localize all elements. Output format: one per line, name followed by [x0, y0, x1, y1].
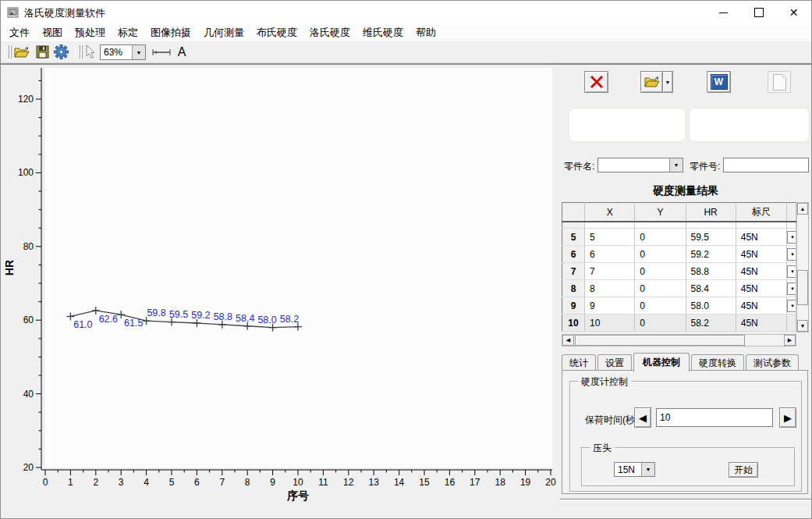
measure-tool-button[interactable]	[151, 44, 172, 60]
save-button[interactable]	[34, 44, 51, 60]
tab-硬度转换[interactable]: 硬度转换	[691, 354, 744, 371]
table-cell[interactable]: 45N	[736, 280, 786, 297]
menu-item[interactable]: 标定	[112, 24, 144, 41]
table-cell[interactable]: 10	[562, 315, 585, 332]
menu-item[interactable]: 布氏硬度	[250, 24, 303, 41]
table-cell[interactable]: 0	[635, 297, 686, 315]
open-file-button[interactable]	[13, 44, 30, 60]
table-cell[interactable]: 0	[635, 315, 686, 332]
zoom-dropdown-button[interactable]: ▼	[132, 45, 145, 59]
settings-button[interactable]	[52, 44, 69, 60]
table-horizontal-scrollbar[interactable]: ◀ ▶	[562, 334, 796, 347]
tab-测试参数[interactable]: 测试参数	[746, 354, 799, 371]
table-cell[interactable]: 0	[635, 263, 686, 280]
hardness-line-chart[interactable]: 2040608010012001234567891011121314151617…	[1, 65, 558, 519]
menu-item[interactable]: 洛氏硬度	[303, 24, 356, 41]
table-cell[interactable]: 59.5	[686, 229, 736, 246]
menu-item[interactable]: 几何测量	[197, 24, 250, 41]
hold-time-increase-button[interactable]: ▶	[779, 407, 796, 428]
table-cell[interactable]: 45N	[736, 229, 786, 246]
hold-time-input[interactable]: 10	[656, 408, 773, 427]
vertical-scroll-thumb[interactable]	[797, 270, 808, 305]
column-header-blank[interactable]	[562, 203, 585, 222]
table-cell[interactable]: 8	[562, 280, 585, 297]
zoom-level-combobox[interactable]: 63% ▼	[100, 44, 146, 60]
tab-设置[interactable]: 设置	[597, 354, 632, 371]
results-table[interactable]: XYHR标尺55059.545N▾66059.245N▾77058.845N▾8…	[562, 202, 796, 332]
open-result-dropdown-button[interactable]: ▼	[662, 71, 673, 93]
scale-dropdown-button[interactable]: ▾	[787, 265, 796, 278]
indenter-dropdown-button[interactable]: ▼	[641, 463, 654, 476]
table-cell[interactable]: 10	[585, 315, 635, 332]
delete-result-button[interactable]	[584, 71, 608, 93]
tab-统计[interactable]: 统计	[562, 354, 596, 371]
scale-dropdown-button[interactable]: ▾	[787, 248, 796, 261]
start-button[interactable]: 开始	[729, 462, 758, 478]
table-vertical-scrollbar[interactable]: ▲ ▼	[796, 202, 809, 332]
scale-dropdown-button[interactable]: ▾	[787, 231, 796, 244]
hold-time-decrease-button[interactable]: ◀	[634, 407, 651, 428]
column-header-HR[interactable]: HR	[686, 203, 736, 222]
column-header-blank[interactable]	[786, 203, 796, 222]
table-cell[interactable]: 45N	[736, 246, 786, 263]
toolbar-grip[interactable]	[75, 45, 80, 59]
menu-item[interactable]: 图像拍摄	[144, 24, 197, 41]
open-result-button[interactable]	[640, 71, 663, 93]
table-cell[interactable]: 45N	[736, 263, 786, 280]
table-cell[interactable]: 0	[635, 280, 686, 297]
table-cell[interactable]: 7	[562, 263, 585, 280]
table-cell[interactable]: 0	[635, 246, 686, 263]
table-cell[interactable]: 7	[585, 263, 635, 280]
column-header-Y[interactable]: Y	[635, 203, 686, 222]
part-name-combobox[interactable]: ▼	[597, 158, 683, 172]
minimize-button[interactable]	[706, 1, 741, 24]
toolbar-grip[interactable]	[4, 45, 9, 59]
menu-item[interactable]: 视图	[36, 24, 69, 41]
column-header-标尺[interactable]: 标尺	[736, 203, 786, 222]
table-cell[interactable]: 6	[585, 246, 635, 263]
scroll-down-button[interactable]: ▼	[797, 320, 808, 332]
close-button[interactable]: ✕	[776, 1, 811, 24]
table-cell[interactable]: 6	[562, 246, 585, 263]
column-header-X[interactable]: X	[585, 203, 635, 222]
scale-dropdown-button[interactable]: ▾	[787, 300, 796, 312]
table-cell[interactable]: 45N	[736, 315, 786, 332]
new-document-button[interactable]	[768, 71, 791, 93]
table-row[interactable]: 1010058.245N	[562, 315, 796, 332]
pointer-tool-button[interactable]	[81, 44, 98, 60]
table-cell[interactable]: 58.2	[686, 315, 736, 332]
table-row[interactable]: 77058.845N▾	[562, 263, 796, 280]
table-cell[interactable]: 9	[585, 297, 635, 315]
table-cell[interactable]: 9	[562, 297, 585, 315]
table-cell[interactable]: 8	[585, 280, 635, 297]
table-cell[interactable]: 45N	[736, 297, 786, 315]
table-cell[interactable]: 58.0	[686, 297, 736, 315]
table-cell[interactable]: 59.2	[686, 246, 736, 263]
table-row[interactable]: 55059.545N▾	[562, 229, 796, 246]
table-row[interactable]: 88058.445N▾	[562, 280, 796, 297]
part-name-dropdown-button[interactable]: ▼	[669, 158, 683, 172]
table-cell[interactable]: 5	[562, 229, 585, 246]
menu-item[interactable]: 维氏硬度	[356, 24, 410, 41]
table-cell[interactable]: 58.8	[686, 263, 736, 280]
part-no-input[interactable]	[723, 158, 809, 172]
export-word-button[interactable]: W	[707, 71, 731, 93]
menu-item[interactable]: 文件	[3, 24, 36, 41]
scale-dropdown-button[interactable]: ▾	[787, 283, 796, 295]
tab-机器控制[interactable]: 机器控制	[633, 353, 690, 371]
maximize-button[interactable]	[741, 1, 776, 24]
menu-item[interactable]: 帮助	[410, 24, 442, 41]
horizontal-scroll-thumb[interactable]	[575, 335, 745, 346]
indenter-group-title: 压头	[590, 442, 615, 455]
table-row[interactable]: 99058.045N▾	[562, 297, 796, 315]
table-cell[interactable]: 58.4	[686, 280, 736, 297]
scroll-left-button[interactable]: ◀	[562, 335, 574, 346]
table-cell[interactable]: 0	[635, 229, 686, 246]
text-tool-button[interactable]: A	[173, 44, 190, 60]
scroll-up-button[interactable]: ▲	[797, 203, 808, 215]
menu-item[interactable]: 预处理	[69, 24, 112, 41]
table-row[interactable]: 66059.245N▾	[562, 246, 796, 263]
scroll-right-button[interactable]: ▶	[784, 335, 796, 346]
table-cell[interactable]: 5	[585, 229, 635, 246]
indenter-combobox[interactable]: 15N ▼	[614, 462, 655, 477]
